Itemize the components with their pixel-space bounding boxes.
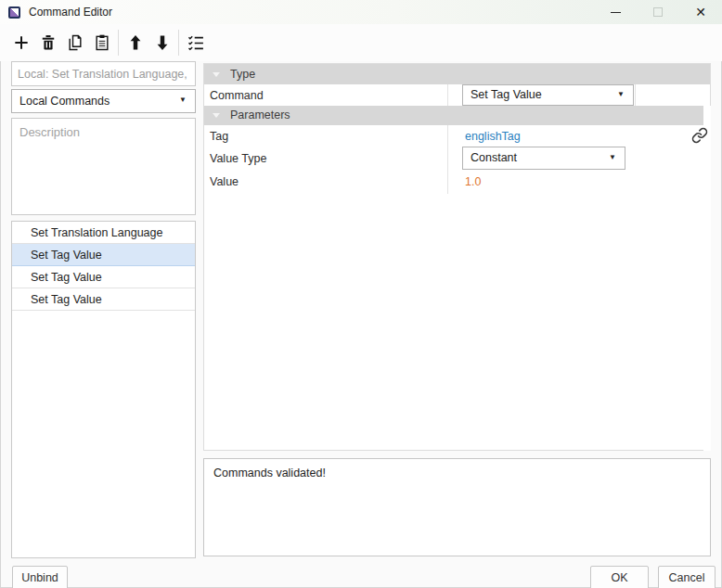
arrow-down-icon bbox=[153, 33, 172, 52]
plus-icon bbox=[12, 33, 31, 52]
maximize-icon bbox=[653, 7, 663, 17]
app-icon bbox=[8, 6, 20, 19]
link-icon[interactable] bbox=[691, 127, 708, 144]
minimize-icon bbox=[611, 12, 621, 13]
property-editor: Type Command Set Tag Value ▼ Parameters … bbox=[203, 63, 711, 451]
validation-message-box: Commands validated! bbox=[203, 458, 711, 556]
column-divider bbox=[635, 84, 636, 106]
paste-command-button[interactable] bbox=[88, 29, 115, 57]
toolbar-separator bbox=[118, 30, 119, 56]
window-title: Command Editor bbox=[29, 6, 112, 19]
list-item[interactable]: Set Tag Value bbox=[12, 266, 195, 288]
paste-icon bbox=[93, 33, 111, 52]
copy-icon bbox=[66, 33, 84, 52]
delete-command-button[interactable] bbox=[34, 29, 61, 57]
chevron-down-icon: ▼ bbox=[609, 147, 616, 168]
command-type-dropdown[interactable]: Set Tag Value ▼ bbox=[462, 84, 634, 106]
value-field[interactable]: 1.0 bbox=[465, 171, 481, 193]
scrollbar-track bbox=[703, 106, 711, 451]
command-type-value: Set Tag Value bbox=[471, 88, 542, 101]
command-list: Set Translation Language Set Tag Value S… bbox=[11, 221, 196, 558]
description-textarea[interactable] bbox=[11, 118, 196, 215]
checklist-icon bbox=[187, 33, 205, 52]
value-type-label: Value Type bbox=[210, 147, 266, 170]
scope-dropdown-value: Local Commands bbox=[19, 95, 110, 108]
tag-label: Tag bbox=[210, 125, 228, 147]
validation-message: Commands validated! bbox=[213, 467, 326, 479]
scope-dropdown[interactable]: Local Commands ▼ bbox=[11, 89, 196, 113]
minimize-button[interactable] bbox=[594, 0, 637, 24]
type-section-header[interactable]: Type bbox=[204, 64, 710, 84]
collapse-triangle-icon bbox=[213, 113, 220, 118]
command-label: Command bbox=[210, 84, 264, 107]
window-controls: ✕ bbox=[594, 0, 722, 24]
type-section-label: Type bbox=[230, 68, 255, 81]
trash-icon bbox=[39, 33, 58, 52]
list-item[interactable]: Set Translation Language bbox=[12, 222, 195, 244]
close-button[interactable]: ✕ bbox=[679, 0, 722, 24]
titlebar: Command Editor ✕ bbox=[0, 0, 722, 24]
close-icon: ✕ bbox=[695, 6, 706, 19]
value-type-dropdown[interactable]: Constant ▼ bbox=[462, 147, 625, 170]
tag-value-link[interactable]: englishTag bbox=[465, 125, 521, 147]
add-command-button[interactable] bbox=[7, 29, 34, 57]
chevron-down-icon: ▼ bbox=[617, 84, 625, 104]
move-down-button[interactable] bbox=[148, 29, 175, 57]
collapse-triangle-icon bbox=[213, 72, 220, 77]
validate-commands-button[interactable] bbox=[182, 29, 209, 57]
parameters-section-header[interactable]: Parameters bbox=[204, 106, 710, 125]
value-type-value: Constant bbox=[471, 151, 517, 164]
unbind-button[interactable]: Unbind bbox=[12, 566, 68, 588]
column-divider bbox=[447, 125, 448, 194]
copy-command-button[interactable] bbox=[61, 29, 88, 57]
ok-button[interactable]: OK bbox=[590, 566, 649, 588]
toolbar bbox=[0, 24, 722, 61]
list-item[interactable]: Set Tag Value bbox=[12, 288, 195, 311]
filter-input[interactable] bbox=[11, 61, 196, 86]
list-item-selected[interactable]: Set Tag Value bbox=[12, 244, 195, 266]
chevron-down-icon: ▼ bbox=[179, 89, 187, 111]
arrow-up-icon bbox=[126, 33, 145, 52]
parameters-section-label: Parameters bbox=[230, 109, 290, 121]
cancel-button[interactable]: Cancel bbox=[658, 566, 716, 588]
command-editor-dialog: Command Editor ✕ bbox=[0, 0, 722, 588]
maximize-button[interactable] bbox=[637, 0, 679, 24]
column-divider bbox=[447, 84, 448, 106]
move-up-button[interactable] bbox=[122, 29, 148, 57]
toolbar-separator bbox=[178, 30, 179, 56]
value-label: Value bbox=[210, 171, 239, 193]
